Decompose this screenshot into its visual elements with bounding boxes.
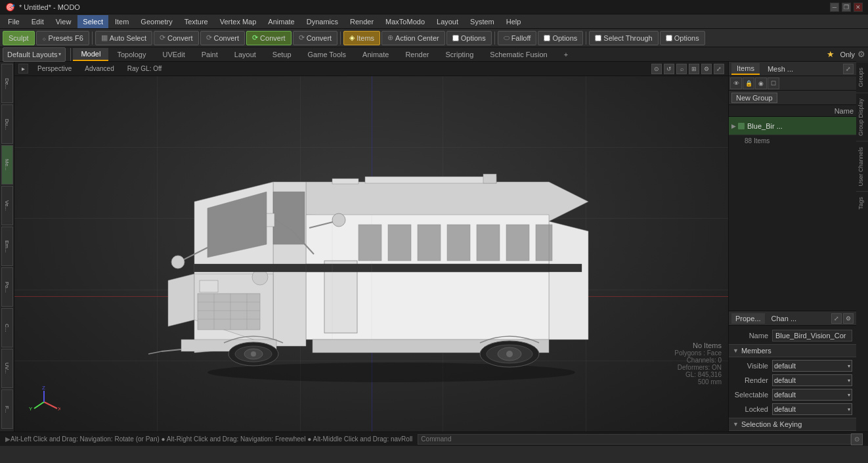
select-through-checkbox[interactable] (595, 35, 601, 41)
cmd-submit-button[interactable]: ⊙ (851, 433, 863, 445)
viewport[interactable]: X Y Z No Items Polygons : Face Channels:… (14, 76, 728, 431)
menu-vertex-map[interactable]: Vertex Map (215, 15, 262, 28)
items-expand-icon[interactable]: ⤢ (843, 64, 854, 74)
convert-button-4[interactable]: ⟳ Convert (293, 31, 338, 45)
add-layout-button[interactable]: + (556, 48, 576, 61)
menu-item[interactable]: Item (110, 15, 134, 28)
maximize-icon[interactable]: ⤢ (714, 64, 724, 74)
menu-help[interactable]: Help (501, 15, 527, 28)
viewport-toggle[interactable]: ▸ (18, 64, 28, 74)
items-list[interactable]: ▶ Blue_Bir ... 88 Items (729, 117, 856, 311)
minimize-button[interactable]: ─ (830, 3, 839, 12)
strip-tab-group-display[interactable]: Group Display (856, 93, 868, 141)
tab-uvedit[interactable]: UVEdit (154, 48, 192, 61)
menu-edit[interactable]: Edit (26, 15, 49, 28)
bus-model (14, 76, 728, 431)
menu-layout[interactable]: Layout (431, 15, 464, 28)
options-button-3[interactable]: Options (660, 31, 705, 45)
tab-game-tools[interactable]: Game Tools (300, 48, 355, 61)
options-checkbox-1[interactable] (452, 35, 459, 41)
props-expand-icon[interactable]: ⤢ (831, 313, 842, 324)
star-button[interactable]: ★ (824, 49, 837, 59)
tab-topology[interactable]: Topology (109, 48, 154, 61)
sidebar-tab-c[interactable]: C... (1, 308, 13, 347)
menu-animate[interactable]: Animate (263, 15, 299, 28)
sidebar-tab-pol[interactable]: Po... (1, 267, 13, 307)
sidebar-tab-em[interactable]: Em... (1, 227, 13, 266)
properties-tab[interactable]: Prope... (731, 313, 765, 324)
tab-schematic-fusion[interactable]: Schematic Fusion (482, 48, 555, 61)
items-tab[interactable]: Items (731, 63, 760, 75)
falloff-button[interactable]: ⬭ Falloff (498, 31, 537, 45)
auto-select-button[interactable]: ▦ Auto Select (95, 31, 152, 45)
items-eye-button[interactable]: 👁 (730, 77, 742, 89)
fit-icon[interactable]: ⊞ (689, 64, 699, 74)
reset-icon[interactable]: ↺ (664, 64, 674, 74)
tab-model[interactable]: Model (73, 48, 108, 61)
select-through-button[interactable]: Select Through (589, 31, 658, 45)
sidebar-tab-mesh[interactable]: Me... (1, 145, 13, 185)
menu-dynamics[interactable]: Dynamics (301, 15, 343, 28)
options-button-2[interactable]: Options (538, 31, 583, 45)
channels-tab[interactable]: Chan ... (768, 313, 801, 324)
svg-rect-49 (365, 177, 496, 183)
menu-select[interactable]: Select (77, 15, 108, 28)
settings-icon[interactable]: ⚙ (857, 49, 865, 59)
viewport-perspective[interactable]: Perspective (33, 64, 76, 73)
tab-setup[interactable]: Setup (265, 48, 299, 61)
props-settings-icon[interactable]: ⚙ (843, 313, 854, 324)
action-center-button[interactable]: ⊕ Action Center (381, 31, 445, 45)
menu-view[interactable]: View (51, 15, 77, 28)
selection-keying-section-header[interactable]: ▼ Selection & Keying (729, 418, 856, 431)
orbit-icon[interactable]: ⊙ (651, 64, 662, 74)
presets-button[interactable]: ⬦ Presets F6 (36, 31, 89, 45)
name-input[interactable] (772, 330, 852, 342)
sculpt-button[interactable]: Sculpt (3, 31, 35, 45)
item-row-bus[interactable]: ▶ Blue_Bir ... (729, 117, 856, 135)
strip-tab-groups[interactable]: Groups (856, 62, 868, 93)
menu-file[interactable]: File (3, 15, 25, 28)
visible-dropdown[interactable]: default ▾ (772, 360, 852, 372)
items-render-button[interactable]: ◉ (755, 77, 767, 89)
tab-scripting[interactable]: Scripting (438, 48, 482, 61)
sidebar-tab-deform[interactable]: De... (1, 64, 13, 103)
tab-animate[interactable]: Animate (355, 48, 397, 61)
menu-system[interactable]: System (465, 15, 500, 28)
settings-vp-icon[interactable]: ⚙ (701, 64, 712, 74)
menu-render[interactable]: Render (345, 15, 379, 28)
menu-maxtomodo[interactable]: MaxToModo (380, 15, 430, 28)
render-dropdown[interactable]: default ▾ (772, 374, 852, 386)
items-button[interactable]: ◈ Items (343, 31, 380, 45)
zoom-icon[interactable]: ⌕ (676, 64, 687, 74)
new-group-button[interactable]: New Group (731, 93, 777, 103)
command-input[interactable] (418, 434, 851, 445)
tab-layout[interactable]: Layout (227, 48, 264, 61)
convert-button-1[interactable]: ⟳ Convert (154, 31, 199, 45)
tab-render[interactable]: Render (397, 48, 437, 61)
viewport-advanced[interactable]: Advanced (81, 64, 118, 73)
default-layouts-dropdown[interactable]: Default Layouts ▾ (3, 47, 66, 62)
strip-tab-user-channels[interactable]: User Channels (856, 141, 868, 192)
convert-button-3[interactable]: ⟳ Convert (246, 31, 292, 45)
sidebar-tab-dup[interactable]: Du... (1, 104, 13, 144)
options-checkbox-2[interactable] (544, 35, 550, 41)
strip-tab-tags[interactable]: Tags (856, 191, 868, 215)
sidebar-tab-f[interactable]: F... (1, 389, 13, 429)
sidebar-tab-uv[interactable]: UV... (1, 349, 13, 388)
items-select-button[interactable]: ☐ (768, 77, 779, 89)
menu-texture[interactable]: Texture (179, 15, 213, 28)
sidebar-tab-vert[interactable]: Ve... (1, 186, 13, 225)
options-button-1[interactable]: Options (446, 31, 492, 45)
menu-geometry[interactable]: Geometry (135, 15, 177, 28)
close-button[interactable]: ✕ (854, 3, 863, 12)
items-lock-button[interactable]: 🔒 (743, 77, 754, 89)
convert-button-2[interactable]: ⟳ Convert (200, 31, 246, 45)
locked-dropdown[interactable]: default ▾ (772, 403, 852, 415)
selectable-dropdown[interactable]: default ▾ (772, 389, 852, 401)
members-section-header[interactable]: ▼ Members (729, 344, 856, 357)
tab-paint[interactable]: Paint (194, 48, 226, 61)
restore-button[interactable]: ❐ (842, 3, 851, 12)
viewport-ray-off[interactable]: Ray GL: Off (123, 64, 166, 73)
options-checkbox-3[interactable] (666, 35, 672, 41)
mesh-tab[interactable]: Mesh ... (762, 63, 798, 75)
